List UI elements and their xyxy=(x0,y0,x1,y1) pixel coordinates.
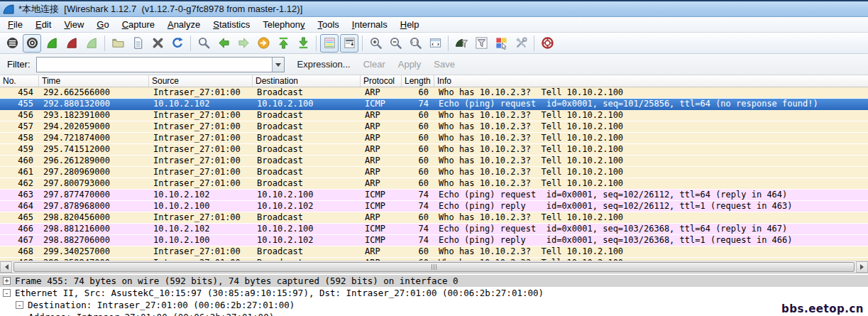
cell-info: Who has 10.10.2.3? Tell 10.10.2.100 xyxy=(434,212,868,223)
cell-length: 60 xyxy=(402,178,434,189)
preferences-icon xyxy=(515,36,528,50)
toolbar-button-zoom-100[interactable]: 1:1 xyxy=(406,34,424,53)
packet-row[interactable]: 455292.88013200010.10.2.10210.10.2.100IC… xyxy=(0,99,868,110)
menu-view[interactable]: View xyxy=(57,18,90,31)
menu-statistics[interactable]: Statistics xyxy=(207,18,256,31)
column-header-source[interactable]: Source xyxy=(149,75,253,87)
filter-dropdown-arrow-icon[interactable] xyxy=(272,58,284,72)
filter-input[interactable] xyxy=(37,58,272,72)
toolbar-button-go-to-packet[interactable] xyxy=(254,34,273,53)
menu-edit[interactable]: Edit xyxy=(29,18,57,31)
cell-info: Who has 10.10.2.3? Tell 10.10.2.100 xyxy=(434,121,868,132)
toolbar-button-go-back[interactable] xyxy=(214,34,233,53)
cell-time: 292.880132000 xyxy=(39,99,149,109)
toolbar-button-display-filters[interactable] xyxy=(472,34,490,53)
zoom-in-icon xyxy=(369,36,383,50)
packet-row[interactable]: 457294.202059000Intraser_27:01:00Broadca… xyxy=(0,121,868,133)
expression-button[interactable]: Expression... xyxy=(297,59,351,70)
toolbar-button-coloring-rules[interactable] xyxy=(492,34,510,53)
clear-button[interactable]: Clear xyxy=(363,59,385,70)
apply-button[interactable]: Apply xyxy=(398,59,422,70)
menu-file[interactable]: File xyxy=(1,18,29,31)
toolbar-button-list-interfaces[interactable] xyxy=(3,34,21,53)
packet-row[interactable]: 456293.182391000Intraser_27:01:00Broadca… xyxy=(0,110,868,121)
toolbar-button-stop-capture[interactable] xyxy=(62,34,81,53)
packet-row[interactable]: 466298.88121600010.10.2.10210.10.2.100IC… xyxy=(0,224,868,235)
toolbar-button-capture-filters[interactable] xyxy=(452,34,471,53)
column-header-no[interactable]: No. xyxy=(0,75,39,87)
menu-tools[interactable]: Tools xyxy=(312,18,346,31)
collapse-icon[interactable]: - xyxy=(3,289,11,297)
detail-line[interactable]: +Frame 455: 74 bytes on wire (592 bits),… xyxy=(0,275,868,287)
menu-internals[interactable]: Internals xyxy=(346,18,394,31)
menu-capture[interactable]: Capture xyxy=(116,18,161,31)
column-header-length[interactable]: Length xyxy=(402,75,434,87)
toolbar-button-close-file[interactable] xyxy=(148,34,167,53)
cell-protocol: ARP xyxy=(361,144,402,155)
menu-go[interactable]: Go xyxy=(90,18,115,31)
toolbar-button-reload[interactable] xyxy=(168,34,187,53)
menu-help[interactable]: Help xyxy=(394,18,426,31)
toolbar-button-preferences[interactable] xyxy=(512,34,530,53)
cell-time: 296.261289000 xyxy=(39,156,149,166)
detail-line[interactable]: Address: Intraser_27:01:00 (00:06:2b:27:… xyxy=(0,311,868,316)
toolbar-button-resize-columns[interactable] xyxy=(426,34,444,53)
capture-filters-icon xyxy=(455,36,468,50)
cell-destination: Broadcast xyxy=(253,133,361,143)
scrollbar-track[interactable] xyxy=(12,261,856,273)
packet-row[interactable]: 464297.87896800010.10.2.10010.10.2.102IC… xyxy=(0,201,868,212)
toolbar-button-go-to-top[interactable] xyxy=(274,34,292,53)
toolbar-button-find-packet[interactable] xyxy=(194,34,213,53)
toolbar-button-zoom-out[interactable] xyxy=(386,34,405,53)
column-header-destination[interactable]: Destination xyxy=(253,75,361,87)
toolbar-button-save-file[interactable] xyxy=(128,34,147,53)
capture-options-icon xyxy=(26,36,39,50)
menu-telephony[interactable]: Telephony xyxy=(256,18,311,31)
scroll-right-arrow-icon[interactable] xyxy=(856,261,868,273)
collapse-icon[interactable]: - xyxy=(16,301,23,309)
toolbar-button-open-file[interactable] xyxy=(109,34,127,53)
save-button[interactable]: Save xyxy=(434,59,455,70)
toolbar-button-restart-capture[interactable] xyxy=(82,34,101,53)
cell-no: 465 xyxy=(0,212,39,223)
toolbar-button-capture-options[interactable] xyxy=(23,34,41,53)
packet-row[interactable]: 458294.721874000Intraser_27:01:00Broadca… xyxy=(0,133,868,144)
toolbar-button-colorize[interactable] xyxy=(320,34,339,53)
detail-line[interactable]: -Ethernet II, Src: AsustekC_10:15:97 (30… xyxy=(0,287,868,299)
toolbar-button-autoscroll[interactable] xyxy=(340,34,358,53)
cell-no: 469 xyxy=(0,258,39,261)
packet-row[interactable]: 462297.800793000Intraser_27:01:00Broadca… xyxy=(0,178,868,190)
save-file-icon xyxy=(131,36,145,50)
cell-source: 10.10.2.102 xyxy=(149,190,253,200)
cell-source: Intraser_27:01:00 xyxy=(149,87,253,98)
go-back-icon xyxy=(217,36,231,50)
packet-row[interactable]: 469299.359947000Intraser_27:01:00Broadca… xyxy=(0,258,868,261)
packet-row[interactable]: 454292.662566000Intraser_27:01:00Broadca… xyxy=(0,87,868,99)
toolbar-button-zoom-in[interactable] xyxy=(366,34,385,53)
detail-line[interactable]: -Destination: Intraser_27:01:00 (00:06:2… xyxy=(0,299,868,311)
packet-row[interactable]: 465298.820456000Intraser_27:01:00Broadca… xyxy=(0,212,868,224)
menu-analyze[interactable]: Analyze xyxy=(161,18,207,31)
packet-row[interactable]: 461297.280969000Intraser_27:01:00Broadca… xyxy=(0,167,868,178)
scroll-left-arrow-icon[interactable] xyxy=(0,261,12,273)
toolbar-button-start-capture[interactable] xyxy=(43,34,61,53)
packet-row[interactable]: 460296.261289000Intraser_27:01:00Broadca… xyxy=(0,156,868,167)
cell-protocol: ARP xyxy=(361,246,402,257)
cell-no: 460 xyxy=(0,156,39,166)
packet-row[interactable]: 459295.741512000Intraser_27:01:00Broadca… xyxy=(0,144,868,156)
cell-info: Who has 10.10.2.3? Tell 10.10.2.100 xyxy=(434,144,868,155)
expand-icon[interactable]: + xyxy=(3,277,11,285)
title-bar[interactable]: *本地连接 [Wireshark 1.12.7 (v1.12.7-0-g7fc8… xyxy=(0,1,868,17)
toolbar-button-help[interactable] xyxy=(538,34,556,53)
packet-row[interactable]: 468299.340257000Intraser_27:01:00Broadca… xyxy=(0,246,868,258)
packet-row[interactable]: 467298.88270600010.10.2.10010.10.2.102IC… xyxy=(0,235,868,246)
scrollbar-thumb[interactable] xyxy=(13,262,855,272)
column-header-info[interactable]: Info xyxy=(434,75,868,87)
toolbar-button-go-forward[interactable] xyxy=(234,34,253,53)
column-header-protocol[interactable]: Protocol xyxy=(361,75,402,87)
toolbar-button-go-to-bottom[interactable] xyxy=(294,34,312,53)
packet-row[interactable]: 463297.87747000010.10.2.10210.10.2.100IC… xyxy=(0,190,868,201)
column-header-time[interactable]: Time xyxy=(39,75,149,87)
cell-destination: Broadcast xyxy=(253,167,361,178)
resize-columns-icon xyxy=(429,36,442,50)
